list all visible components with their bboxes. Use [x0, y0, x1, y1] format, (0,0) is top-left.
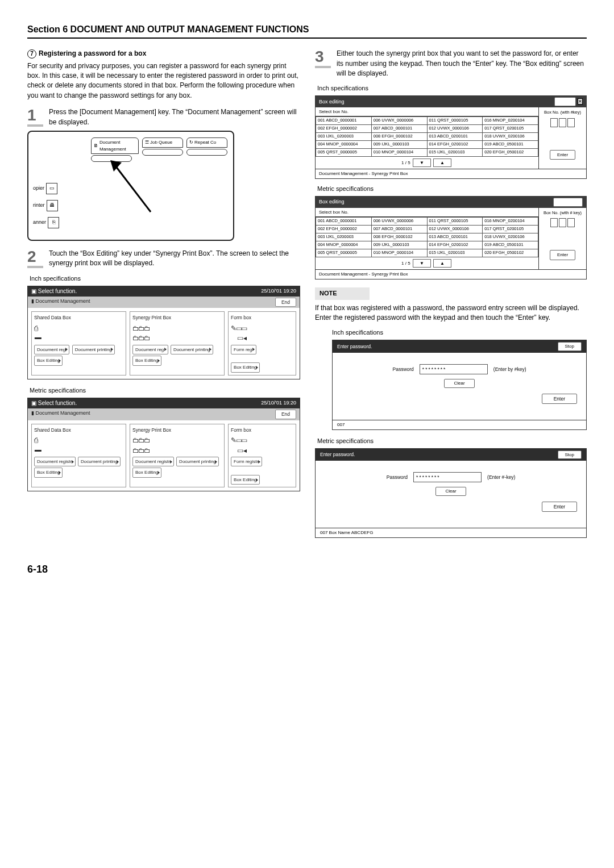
cancel-button[interactable]: Cancel — [554, 97, 576, 106]
doc-print-button[interactable]: Document printing — [176, 457, 219, 467]
table-row[interactable]: 010 MNOP_0000104 — [371, 148, 427, 156]
table-row[interactable]: 009 IJKL_0000103 — [371, 141, 427, 149]
table-row[interactable]: 013 ABCD_0200101 — [427, 133, 483, 141]
end-button[interactable]: End — [275, 298, 296, 307]
table-row[interactable]: 007 ABCD_0000101 — [371, 125, 427, 133]
table-row[interactable]: 005 QRST_0000005 — [316, 148, 372, 156]
step-3-text: Either touch the synergy print box that … — [337, 49, 587, 78]
table-row[interactable]: 011 QRST_0000105 — [427, 117, 483, 125]
form-reg-button[interactable]: Form reg. — [231, 345, 256, 355]
table-row[interactable]: 006 UVWX_0000006 — [371, 218, 427, 226]
doc-reg-button[interactable]: Document reg. — [132, 345, 168, 355]
doc-print-button[interactable]: Document printing — [78, 457, 121, 467]
table-row[interactable]: 008 EFGH_0000102 — [371, 133, 427, 141]
doc-print-button[interactable]: Document printing — [72, 345, 115, 355]
printer-button[interactable]: 🖶 — [47, 200, 58, 211]
screen-title: Box editing — [319, 198, 345, 206]
page-down-button[interactable]: ▼ — [413, 158, 431, 168]
enter-button[interactable]: Enter — [542, 502, 577, 512]
box-editing-button[interactable]: Box Editing — [132, 468, 161, 478]
table-row[interactable]: 015 IJKL_0200103 — [427, 148, 483, 156]
page-down-button[interactable]: ▼ — [413, 259, 431, 268]
table-row[interactable]: 002 EFGH_0000002 — [316, 125, 372, 133]
table-row[interactable]: 010 MNOP_0000104 — [371, 249, 427, 257]
page-up-button[interactable]: ▲ — [433, 158, 451, 168]
enter-button[interactable]: Enter — [550, 150, 575, 160]
metric-spec-label: Metric specifications — [317, 437, 587, 446]
table-row[interactable]: 003 IJKL_0200003 — [316, 233, 372, 241]
table-row[interactable]: 015 IJKL_0200103 — [427, 249, 483, 257]
job-cancel-button[interactable]: Job cancel — [553, 198, 583, 207]
page-up-button[interactable]: ▲ — [433, 259, 451, 268]
clear-button[interactable]: Clear — [444, 379, 474, 388]
doc-reg-button[interactable]: Document registr. — [132, 457, 174, 467]
screen-footer: Document Management - Synergy Print Box — [316, 169, 586, 178]
table-row[interactable]: 016 MNOP_0200104 — [483, 218, 538, 226]
box-no-input[interactable] — [541, 218, 584, 227]
doc-print-button[interactable]: Document printing — [171, 345, 213, 355]
screen-title: Enter password. — [337, 343, 372, 350]
table-row[interactable]: 012 UVWX_0000106 — [427, 125, 483, 133]
box-editing-button[interactable]: Box Editing — [132, 356, 161, 366]
table-row[interactable]: 014 EFGH_0200102 — [427, 141, 483, 149]
tab-doc-management[interactable]: 🗎Document Management — [91, 137, 139, 154]
table-row[interactable]: 001 ABCD_0000001 — [316, 218, 372, 226]
table-row[interactable]: 020 EFGH_0500102 — [483, 148, 538, 156]
table-row[interactable]: 014 EFGH_0200102 — [427, 241, 483, 249]
end-button[interactable]: End — [275, 410, 296, 419]
close-icon[interactable]: ✕ — [578, 98, 583, 105]
scanner-button[interactable]: ⎘ — [48, 217, 59, 228]
stop-button[interactable]: Stop — [558, 342, 582, 351]
table-row[interactable]: 004 MNOP_0000004 — [316, 241, 372, 249]
shared-icon: ⎙▪▪▪▪▪ — [34, 436, 123, 456]
group-synergy: Synergy Print Box — [132, 427, 222, 433]
table-row[interactable]: 005 QRST_0000005 — [316, 249, 372, 257]
password-input[interactable]: ******** — [420, 364, 488, 374]
box-editing-button[interactable]: Box Editing — [34, 468, 63, 478]
enter-button[interactable]: Enter — [542, 394, 577, 404]
table-row[interactable]: 018 UVWX_0200106 — [483, 133, 538, 141]
formbox-icon: ✎ ▭▭ ▭ ◂ — [231, 324, 293, 344]
table-row[interactable]: 007 ABCD_0000101 — [371, 226, 427, 233]
table-row[interactable]: 002 EFGH_0000002 — [316, 226, 372, 233]
table-row[interactable]: 017 QRST_0200105 — [483, 125, 538, 133]
select-function-screen-inch: ▣ Select function.25/10/'01 19:20 ▮ Docu… — [27, 286, 300, 379]
box-editing-button[interactable]: Box Editing — [231, 362, 259, 373]
tab-job-queue[interactable]: ☰Job Queue — [142, 137, 183, 148]
table-row[interactable]: 017 QRST_0200105 — [483, 226, 538, 233]
form-reg-button[interactable]: Form registr. — [231, 457, 262, 467]
box-editing-button[interactable]: Box Editing — [34, 356, 63, 366]
metric-spec-label: Metric specifications — [30, 386, 299, 395]
enter-button[interactable]: Enter — [550, 250, 575, 260]
box-no-input[interactable] — [541, 118, 584, 127]
doc-reg-button[interactable]: Document reg. — [34, 345, 69, 355]
table-row[interactable]: 019 ABCD_0500101 — [483, 241, 538, 249]
table-row[interactable]: 006 UVWX_0000006 — [371, 117, 427, 125]
doc-reg-button[interactable]: Document registr. — [34, 457, 76, 467]
circled-number: 7 — [27, 49, 36, 59]
table-row[interactable]: 001 ABCD_0000001 — [316, 117, 372, 125]
password-input[interactable]: ******** — [413, 472, 482, 482]
synergy-icon: 🗀🗀🗀🗀🗀🗀 — [132, 436, 222, 456]
table-row[interactable]: 020 EFGH_0500102 — [483, 249, 538, 257]
stop-button[interactable]: Stop — [558, 450, 582, 460]
table-row[interactable]: 013 ABCD_0200101 — [427, 233, 483, 241]
password-hint: (Enter #-key) — [487, 474, 515, 481]
tab-repeat[interactable]: ↻Repeat Co — [186, 137, 227, 148]
clear-button[interactable]: Clear — [435, 487, 466, 496]
table-row[interactable]: 012 UVWX_0000106 — [427, 226, 483, 233]
table-row[interactable]: 004 MNOP_0000004 — [316, 141, 372, 149]
table-row[interactable]: 008 EFGH_0000102 — [371, 233, 427, 241]
table-row[interactable]: 003 IJKL_0200003 — [316, 133, 372, 141]
screen-title: Enter password. — [320, 451, 355, 458]
box-editing-button[interactable]: Box Editing — [231, 475, 259, 485]
copier-button[interactable]: ▭ — [46, 183, 57, 194]
table-row[interactable]: 018 UVWX_0200106 — [483, 233, 538, 241]
table-row[interactable]: 011 QRST_0000105 — [427, 218, 483, 226]
table-row[interactable]: 016 MNOP_0200104 — [483, 117, 538, 125]
table-row[interactable]: 009 IJKL_0000103 — [371, 241, 427, 249]
panel-illustration: 🗎Document Management ☰Job Queue ↻Repeat … — [27, 131, 234, 241]
table-row[interactable]: 019 ABCD_0500101 — [483, 141, 538, 149]
printer-label: rinter — [33, 202, 45, 209]
arrow-icon — [108, 158, 159, 220]
